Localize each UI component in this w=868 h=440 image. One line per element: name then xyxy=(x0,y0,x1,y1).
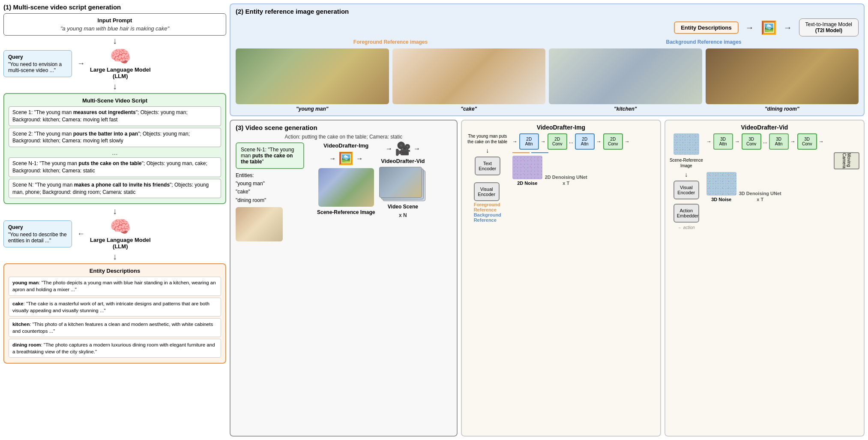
ref-labels-row: Foreground Reference images Background R… xyxy=(236,39,859,47)
noise-label-2d: 2D Noise xyxy=(517,181,537,186)
arrow-3d-2: → xyxy=(790,139,796,145)
unet-vid-left: Scene-ReferenceImage ↓ VisualEncoder Act… xyxy=(670,133,703,230)
unet-2d-label: 2D Denoising UNet xyxy=(545,175,587,180)
visual-encoder-vid-label: VisualEncoder xyxy=(677,185,696,195)
ref-img-cake-label: "cake" xyxy=(461,106,477,112)
foreground-ref-label: ForegroundReference xyxy=(474,202,501,212)
script-title: Multi-Scene Video Script xyxy=(9,97,221,104)
scene2-text: Scene 2: "The young man pours the batter… xyxy=(12,131,190,144)
arrow-out-3d: → xyxy=(819,139,824,145)
action-embedder-label: ActionEmbedder xyxy=(677,208,696,218)
background-section: Background Reference images xyxy=(549,39,859,47)
query-label-1: Query xyxy=(8,54,67,60)
ref-image-young-man: "young man" xyxy=(236,48,389,112)
videodrafter-vid-label: VideoDrafter-Vid xyxy=(381,158,425,164)
foreground-ref-span: ForegroundReference xyxy=(474,202,500,212)
ref-images-row: "young man" "cake" "kitchen" "dining roo… xyxy=(236,48,859,112)
entity-section: Entity Descriptions young man: "The phot… xyxy=(3,263,226,364)
conv-box-1: 2DConv xyxy=(548,133,567,150)
entity-list-2: "cake" xyxy=(236,188,313,196)
arrow-noise-to-blocks: → xyxy=(512,139,518,145)
xT-label-3d: x T xyxy=(757,197,763,202)
vsg-right-col: → 🎥 → VideoDrafter-Vid Video xyxy=(379,142,426,218)
vsg-center-col: VideoDrafter-Img → 🖼️ → Scene-Reference … xyxy=(317,142,375,215)
entity-cake: cake: "The cake is a masterful work of a… xyxy=(9,298,221,316)
conv-3d-box-2: 3DConv xyxy=(797,133,817,150)
entity-kitchen: kitchen: "This photo of a kitchen featur… xyxy=(9,318,221,337)
vsg-layout: Scene N-1: "The young man puts the cake … xyxy=(236,142,452,241)
video-scene-section: (3) Video scene generation Action: putti… xyxy=(230,120,458,437)
entity-ref-title: (2) Entity reference image generation xyxy=(236,8,859,15)
llm-label: Large Language Model(LLM) xyxy=(90,66,151,79)
arrow-from-camera: → xyxy=(413,145,420,153)
unet-img-blocks: → 2DAttn → 2DConv ... 2DAttn → 2DConv → xyxy=(512,133,656,150)
input-prompt-label: Input Prompt xyxy=(9,17,221,24)
entity-list-1: "young man" xyxy=(236,180,313,188)
query-box-2: Query "You need to describe the entities… xyxy=(3,220,72,247)
query-text-2: "You need to describe the entities in de… xyxy=(8,232,67,244)
stacked-frames xyxy=(379,167,426,201)
vsg-process-row: → 🖼️ → xyxy=(329,151,363,166)
vsg-small-image xyxy=(236,207,283,241)
attn-box-2: 2DAttn xyxy=(575,133,595,150)
entities-box: Entities: "young man" "cake" "dining roo… xyxy=(236,172,313,205)
llm-label-2: Large Language Model(LLM) xyxy=(90,237,151,250)
arrow-from-easel: → xyxy=(356,155,363,163)
video-scene-title: (3) Video scene generation xyxy=(236,124,452,131)
conv-box-2: 2DConv xyxy=(603,133,623,150)
query-llm-row-1: Query "You need to envision a multi-scen… xyxy=(3,48,226,79)
unet-3d-label: 3D Denoising UNet xyxy=(739,191,781,196)
entity-ref-center: Entity Descriptions → 🖼️ → Text-to-Image… xyxy=(674,18,859,36)
unet-vid-bottom: 3D Noise 3D Denoising UNet x T xyxy=(706,172,859,202)
arrow-scene-ref: ↓ xyxy=(685,171,688,178)
camera-moving-row: Camera Moving xyxy=(706,152,859,169)
scene-item-1: Scene 1: "The young man measures out ing… xyxy=(9,106,221,126)
unet-text-input: The young man puts the cake on the table xyxy=(466,133,509,145)
bottom-sections: (3) Video scene generation Action: putti… xyxy=(230,120,865,437)
t2i-box: Text-to-Image Model(T2I Model) xyxy=(799,18,859,36)
input-prompt-text: "a young man with blue hair is making ca… xyxy=(9,25,221,32)
entity-list-3: "dining room" xyxy=(236,196,313,205)
entities-label: Entities: xyxy=(236,172,313,180)
unet-img-title: VideoDrafter-Img xyxy=(466,124,656,131)
scene-item-n: Scene N: "The young man makes a phone ca… xyxy=(9,179,221,199)
arrow-down-2: ↓ xyxy=(3,82,226,90)
unet-3d-label-col: 3D Denoising UNet x T xyxy=(739,191,781,202)
unet-img-content: The young man puts the cake on the table… xyxy=(466,133,656,432)
camera-icon: 🎥 xyxy=(395,142,411,155)
unet-vid-right: → 3DAttn → 3DConv ... 3DAttn → 3DConv → xyxy=(706,133,859,202)
llm-group: 🧠 Large Language Model(LLM) xyxy=(90,48,151,79)
unet-img-section: VideoDrafter-Img The young man puts the … xyxy=(461,120,661,437)
visual-encoder-label: VisualEncoder xyxy=(477,187,496,197)
xT-label-2d: x T xyxy=(563,181,569,186)
conv-3d-box-1: 3DConv xyxy=(742,133,761,150)
scene-dots: ... xyxy=(9,149,221,157)
noise-2d-box xyxy=(512,156,542,179)
background-ref-span: BackgroundReference xyxy=(474,212,501,223)
arrow-attn-conv-2: → xyxy=(596,139,602,145)
background-label: Background Reference images xyxy=(549,39,859,45)
left-title: (1) Multi-scene video script generation xyxy=(3,3,226,11)
unet-img-right: → 2DAttn → 2DConv ... 2DAttn → 2DConv → xyxy=(512,133,656,186)
sceneN-text: Scene N: "The young man makes a phone ca… xyxy=(12,182,209,195)
action-label: ← action xyxy=(678,225,694,230)
ref-img-dining-label: "dining room" xyxy=(765,106,799,112)
foreground-section: Foreground Reference images xyxy=(236,39,545,47)
arrow-3d-1: → xyxy=(735,139,740,145)
dots-3d: ... xyxy=(763,139,767,145)
attn-3d-box-2: 3DAttn xyxy=(769,133,789,150)
arrow-attn-conv-1: → xyxy=(541,139,546,145)
script-section: Multi-Scene Video Script Scene 1: "The y… xyxy=(3,93,226,204)
unet-img-left: The young man puts the cake on the table… xyxy=(466,133,509,223)
scene-ref-label: Scene-Reference Image xyxy=(317,209,375,215)
unet-label-col: 2D Denoising UNet x T xyxy=(545,175,587,186)
noise-3d-col: 3D Noise xyxy=(706,172,736,202)
query-label-2: Query xyxy=(8,224,67,230)
ref-img-young-man-placeholder xyxy=(236,48,389,104)
scene-ref-img-label: Scene-ReferenceImage xyxy=(670,157,703,169)
dots-1: ... xyxy=(569,139,573,145)
ref-img-kitchen-label: "kitchen" xyxy=(614,106,637,112)
scene-ref-img xyxy=(673,133,699,155)
arrow-to-easel: → xyxy=(329,155,336,163)
brain-icon-2: 🧠 xyxy=(110,218,131,235)
